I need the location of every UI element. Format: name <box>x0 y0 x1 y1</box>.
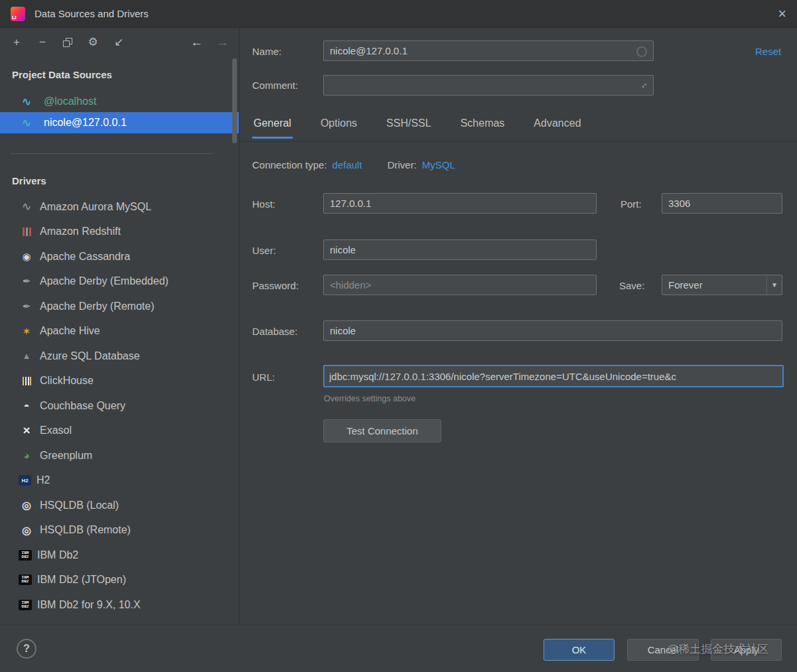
driver-label: Driver: <box>388 159 417 170</box>
driver-label: ClickHouse <box>40 375 94 387</box>
driver-label: Apache Derby (Embedded) <box>40 275 169 287</box>
host-label: Host: <box>252 198 275 210</box>
url-hint: Overrides settings above <box>324 394 415 403</box>
connection-type-value[interactable]: default <box>332 159 362 170</box>
chevron-down-icon: ▼ <box>766 275 782 295</box>
driver-item[interactable]: Exasol <box>0 419 239 444</box>
user-input[interactable] <box>323 239 597 260</box>
help-button[interactable]: ? <box>17 639 36 659</box>
save-label: Save: <box>619 280 644 291</box>
driver-item[interactable]: Greenplum <box>0 443 239 468</box>
driver-item[interactable]: Apache Derby (Embedded) <box>0 269 239 295</box>
save-dropdown-value: Forever <box>662 279 703 291</box>
password-input[interactable] <box>323 275 597 295</box>
project-data-sources-header: Project Data Sources <box>0 57 239 91</box>
driver-item[interactable]: H2 <box>0 468 239 494</box>
driver-label: Azure SQL Database <box>40 350 140 362</box>
port-label: Port: <box>620 198 642 210</box>
name-field-wrap <box>323 40 654 61</box>
reset-link[interactable]: Reset <box>755 46 781 57</box>
driver-label: IBM Db2 for 9.X, 10.X <box>37 599 141 611</box>
driver-item[interactable]: HSQLDB (Remote) <box>0 518 239 543</box>
data-source-item[interactable]: @localhost <box>0 91 239 112</box>
driver-item[interactable]: IBM Db2 (JTOpen) <box>0 568 239 593</box>
driver-item[interactable]: HSQLDB (Local) <box>0 493 239 518</box>
driver-item[interactable]: Azure SQL Database <box>0 344 239 369</box>
driver-item[interactable]: Apache Hive <box>0 319 239 344</box>
driver-item[interactable]: IBM Db2 <box>0 543 239 568</box>
driver-item[interactable]: Couchbase Query <box>0 393 239 419</box>
driver-label: H2 <box>36 474 50 486</box>
duplicate-icon[interactable] <box>62 37 73 48</box>
url-label: URL: <box>252 371 275 383</box>
database-label: Database: <box>252 326 297 337</box>
cassandra-icon <box>19 250 35 263</box>
data-source-list: @localhostnicole@127.0.0.1 <box>0 91 239 133</box>
driver-label: IBM Db2 (JTOpen) <box>37 574 126 586</box>
driver-item[interactable]: Apache Derby (Remote) <box>0 294 239 319</box>
drivers-header: Drivers <box>0 154 239 194</box>
window-title: Data Sources and Drivers <box>35 8 149 19</box>
azure-icon <box>19 350 35 363</box>
database-input[interactable] <box>323 320 782 341</box>
driver-item[interactable]: Amazon Aurora MySQL <box>0 194 239 220</box>
test-connection-button[interactable]: Test Connection <box>323 419 441 442</box>
title-bar: Data Sources and Drivers × <box>0 0 797 28</box>
db2-icon <box>19 600 32 610</box>
tab-divider <box>240 141 797 142</box>
tab-schemas[interactable]: Schemas <box>459 117 506 139</box>
driver-label: Amazon Redshift <box>40 226 121 237</box>
aurora-icon <box>19 200 35 214</box>
driver-item[interactable]: Amazon Redshift <box>0 220 239 245</box>
driver-label: Exasol <box>40 425 72 437</box>
driver-value[interactable]: MySQL <box>422 159 455 170</box>
name-label: Name: <box>252 46 281 57</box>
tab-options[interactable]: Options <box>319 117 358 139</box>
redshift-icon <box>19 225 35 238</box>
comment-input[interactable] <box>323 75 654 96</box>
add-icon[interactable]: + <box>11 36 23 48</box>
remove-icon[interactable]: − <box>36 36 48 48</box>
data-source-item[interactable]: nicole@127.0.0.1 <box>0 112 239 133</box>
save-dropdown[interactable]: Forever ▼ <box>662 275 782 295</box>
mysql-icon <box>19 116 35 129</box>
driver-label: HSQLDB (Remote) <box>40 524 131 536</box>
wrench-icon[interactable]: ⚙ <box>87 36 99 48</box>
url-input[interactable] <box>323 365 784 387</box>
driver-item[interactable]: Apache Cassandra <box>0 244 239 269</box>
driver-item[interactable]: IBM Db2 for 9.X, 10.X <box>0 592 239 618</box>
port-input[interactable] <box>662 193 782 214</box>
driver-label: Apache Cassandra <box>40 251 130 263</box>
derby-icon <box>19 275 35 288</box>
clickhouse-icon <box>19 374 35 387</box>
connection-type-label: Connection type: <box>252 159 327 170</box>
import-icon[interactable]: ↙ <box>113 36 125 48</box>
db2-icon <box>19 574 32 585</box>
data-source-label: nicole@127.0.0.1 <box>44 117 127 129</box>
driver-list: Amazon Aurora MySQLAmazon RedshiftApache… <box>0 194 239 618</box>
hsqldb-icon <box>19 523 35 537</box>
tab-advanced[interactable]: Advanced <box>532 117 582 139</box>
driver-label: IBM Db2 <box>37 549 78 561</box>
sidebar-scrollbar[interactable] <box>232 58 237 143</box>
data-sources-dialog: { "window": {"title": "Data Sources and … <box>0 0 797 672</box>
host-input[interactable] <box>323 193 597 214</box>
driver-item[interactable]: ClickHouse <box>0 369 239 394</box>
ok-button[interactable]: OK <box>543 639 615 661</box>
db2-icon <box>19 550 32 561</box>
watermark: @稀土掘金技术社区 <box>667 641 768 657</box>
name-input[interactable] <box>323 40 654 61</box>
hive-icon <box>19 324 35 338</box>
name-sync-icon[interactable] <box>636 46 647 57</box>
mysql-icon <box>19 95 35 108</box>
tab-general[interactable]: General <box>252 117 293 139</box>
connection-form: Name: Reset Comment: ↔ GeneralOptionsSSH… <box>240 28 797 624</box>
driver-label: Couchbase Query <box>40 400 125 412</box>
sidebar: + − ⚙ ↙ ← → Project Data Sources @localh… <box>0 28 240 624</box>
back-arrow-icon[interactable]: ← <box>190 36 202 48</box>
tab-ssh-ssl[interactable]: SSH/SSL <box>385 117 433 139</box>
password-label: Password: <box>252 280 299 291</box>
forward-arrow-icon[interactable]: → <box>216 36 228 48</box>
user-label: User: <box>252 245 276 256</box>
close-icon[interactable]: × <box>778 7 786 21</box>
